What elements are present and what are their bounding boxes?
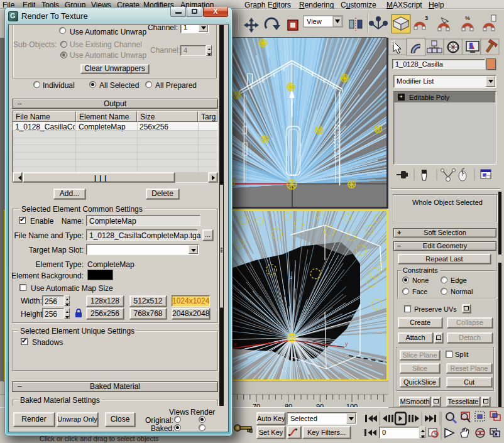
svg-text:3: 3 xyxy=(425,15,428,21)
svg-text:z: z xyxy=(290,275,293,280)
svg-text:%: % xyxy=(465,15,470,21)
svg-text:View: View xyxy=(307,18,322,25)
svg-text:x: x xyxy=(234,341,237,347)
svg-text:y: y xyxy=(345,341,348,347)
